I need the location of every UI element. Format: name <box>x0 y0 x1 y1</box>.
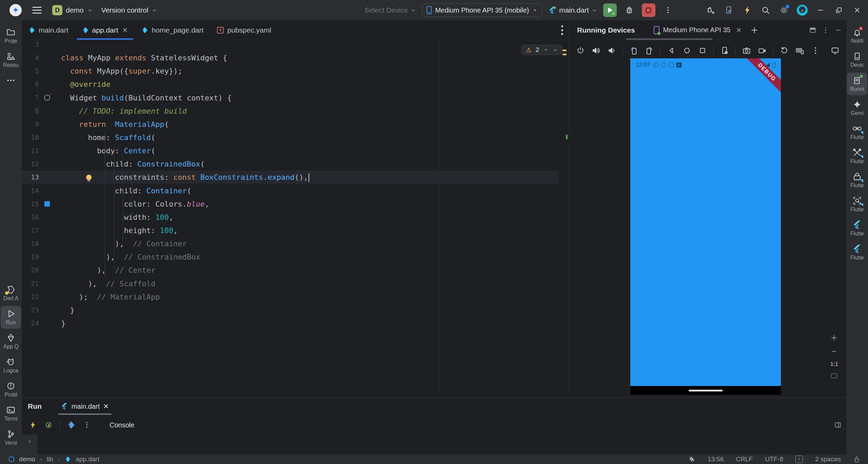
run-tab-main-dart[interactable]: main.dart ✕ <box>58 398 112 415</box>
line-number[interactable]: 20 <box>22 264 39 277</box>
line-number[interactable]: 13 <box>22 171 39 184</box>
indent-setting[interactable]: 2 spaces <box>815 456 841 463</box>
line-number[interactable]: 22 <box>22 290 39 304</box>
tab-app-dart[interactable]: app.dart✕ <box>75 20 135 40</box>
code-line[interactable]: 11 body: Center( <box>22 144 569 157</box>
tool-flutter-inspector[interactable]: Flutte <box>847 193 867 216</box>
tool-logcat[interactable]: Logca <box>1 354 21 377</box>
display-settings-icon[interactable] <box>829 44 842 57</box>
device-tab[interactable]: Medium Phone API 35 ✕ <box>654 26 742 34</box>
tool-resource-manager[interactable]: Resou <box>1 49 21 71</box>
warning-stripe-mark[interactable] <box>563 50 567 51</box>
line-number[interactable]: 23 <box>22 304 39 317</box>
run-button[interactable] <box>603 3 617 17</box>
tabs-kebab-icon[interactable] <box>550 23 563 36</box>
layout-icon[interactable] <box>809 26 816 34</box>
line-number[interactable]: 9 <box>22 118 39 131</box>
code-line[interactable]: 6 @override <box>22 78 569 91</box>
device-selector[interactable]: Medium Phone API 35 (mobile) <box>422 3 542 17</box>
code-editor[interactable]: 34class MyApp extends StatelessWidget {5… <box>22 40 569 398</box>
volume-up-icon[interactable] <box>589 44 603 57</box>
tool-app-quality-insights[interactable]: App Q <box>1 330 21 353</box>
overriding-method-icon[interactable] <box>42 91 52 104</box>
code-line[interactable]: 5 const MyApp({super.key}); <box>22 64 569 78</box>
code-line[interactable]: 19 ), // ConstrainedBox <box>22 250 569 264</box>
warning-stripe-mark[interactable] <box>563 54 567 55</box>
console-label[interactable]: Console <box>110 421 134 429</box>
line-number[interactable]: 16 <box>22 211 39 224</box>
vcs-change-stripe-mark[interactable] <box>566 135 568 139</box>
debug-button[interactable] <box>623 4 636 17</box>
line-number[interactable]: 11 <box>22 144 39 157</box>
line-number[interactable]: 10 <box>22 131 39 144</box>
tool-more[interactable] <box>1 73 21 88</box>
zoom-out-minus-icon[interactable] <box>830 348 838 355</box>
tool-running-devices[interactable]: Runni <box>847 73 867 95</box>
hot-reload-bolt-icon[interactable] <box>740 3 755 18</box>
vcs-widget[interactable]: Version control <box>101 6 157 14</box>
line-number[interactable]: 18 <box>22 237 39 250</box>
prev-problem-chevron-up-icon[interactable] <box>543 47 549 53</box>
kebab-icon[interactable] <box>809 44 822 57</box>
volume-down-icon[interactable] <box>605 44 618 57</box>
rotate-right-icon[interactable] <box>643 44 656 57</box>
device-settings-icon[interactable] <box>718 44 731 57</box>
nav-overview-icon[interactable] <box>696 44 709 57</box>
stop-button[interactable] <box>642 3 655 17</box>
zoom-in-plus-icon[interactable] <box>830 334 838 342</box>
tool-flutter-performance[interactable]: Flutte <box>847 145 867 168</box>
code-line[interactable]: 15 color: Colors.blue, <box>22 197 569 211</box>
line-number[interactable]: 6 <box>22 78 39 91</box>
code-line[interactable]: 10 home: Scaffold( <box>22 131 569 144</box>
tab-pubspec-yaml[interactable]: Ypubspec.yaml <box>210 20 278 40</box>
more-actions-kebab-icon[interactable] <box>662 4 674 17</box>
code-line[interactable]: 3 <box>22 40 569 51</box>
window-minimize-icon[interactable] <box>813 3 828 18</box>
main-menu-icon[interactable] <box>31 4 43 17</box>
line-number[interactable]: 24 <box>22 317 39 330</box>
line-number[interactable]: 14 <box>22 184 39 197</box>
code-line[interactable]: 9 return MaterialApp( <box>22 118 569 131</box>
tool-project[interactable]: Proje <box>1 24 21 47</box>
panel-options-kebab-icon[interactable] <box>822 26 829 34</box>
caret-position[interactable]: 13:56 <box>708 456 724 463</box>
next-problem-chevron-down-icon[interactable] <box>553 47 558 53</box>
close-icon[interactable]: ✕ <box>103 402 109 410</box>
select-device-label[interactable]: Select Device <box>364 6 416 14</box>
code-line[interactable]: 8 // TODO: implement build <box>22 104 569 118</box>
code-line[interactable]: 4class MyApp extends StatelessWidget { <box>22 51 569 64</box>
code-line[interactable]: 21 ), // Scaffold <box>22 277 569 290</box>
close-icon[interactable]: ✕ <box>122 26 128 34</box>
tab-home-page-dart[interactable]: home_page.dart <box>135 20 210 40</box>
reset-icon[interactable] <box>777 44 791 57</box>
line-separator[interactable]: CRLF <box>736 456 753 463</box>
attach-debugger-icon[interactable] <box>703 3 718 18</box>
power-icon[interactable] <box>574 44 587 57</box>
gemini-disabled-icon[interactable] <box>688 456 695 463</box>
line-number[interactable]: 5 <box>22 64 39 78</box>
hot-restart-icon[interactable] <box>42 419 55 431</box>
code-line[interactable]: 23 } <box>22 304 569 317</box>
dart-devtools-icon[interactable] <box>65 419 78 431</box>
tool-flutter-preview[interactable]: Flutte <box>847 241 867 264</box>
search-everywhere-icon[interactable] <box>758 3 773 18</box>
highlighting-level-icon[interactable]: ! <box>795 456 803 463</box>
zoom-to-fit-icon[interactable] <box>831 373 837 378</box>
line-number[interactable]: 12 <box>22 157 39 171</box>
line-number[interactable]: 7 <box>22 91 39 104</box>
breadcrumb-item[interactable]: app.dart <box>76 456 99 463</box>
code-line[interactable]: 20 ), // Center <box>22 264 569 277</box>
tool-device-manager[interactable]: Devic <box>847 49 867 71</box>
line-number[interactable]: 4 <box>22 51 39 64</box>
code-line[interactable]: 24} <box>22 317 569 330</box>
tool-version-control[interactable]: Versi <box>1 426 21 449</box>
zoom-ratio[interactable]: 1:1 <box>830 361 838 367</box>
hardware-input-icon[interactable] <box>793 44 807 57</box>
tool-terminal[interactable]: Termi <box>1 402 21 425</box>
line-number[interactable]: 3 <box>22 40 39 51</box>
run-configuration[interactable]: main.dart <box>548 6 597 14</box>
emulator-screen[interactable]: 12:07 i A 3G DEBUG <box>630 58 781 386</box>
new-device-tab-plus-icon[interactable] <box>750 26 758 34</box>
emulator-display[interactable]: 12:07 i A 3G DEBUG <box>630 58 781 395</box>
breadcrumb-item[interactable]: demo <box>19 456 35 463</box>
